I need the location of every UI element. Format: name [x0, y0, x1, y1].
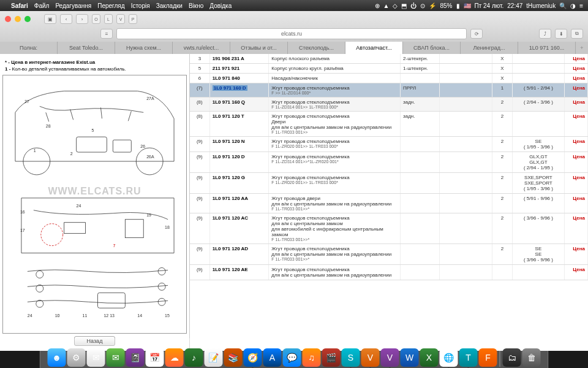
battery-text[interactable]: 85%	[440, 2, 452, 9]
dock-app-icon[interactable]: 🗑	[522, 348, 541, 367]
forward-button[interactable]: ›	[76, 14, 88, 24]
table-row[interactable]: (9) 1L0 971 120 AE Жгут проводов стеклоп…	[190, 265, 588, 280]
browser-tab[interactable]: Отзывы и от...	[230, 42, 288, 54]
parts-table[interactable]: 3 191 906 231 A Корпус плоского разъема …	[190, 54, 588, 351]
menu-item[interactable]: Історія	[131, 2, 150, 9]
dock-app-icon[interactable]: ✉	[87, 348, 105, 367]
dock-app-icon[interactable]: 🎬	[322, 348, 341, 367]
menu-item[interactable]: Перегляд	[97, 2, 124, 9]
time[interactable]: 22:47	[507, 2, 522, 9]
menu-item[interactable]: Закладки	[156, 2, 183, 9]
downloads-button[interactable]: ⬇	[555, 29, 567, 39]
status-icon[interactable]: ◇	[393, 2, 398, 9]
toolbar-btn[interactable]: P	[129, 14, 137, 24]
price-link[interactable]: Цена	[565, 98, 588, 112]
status-icon[interactable]: ▲	[383, 2, 390, 9]
table-row[interactable]: 3 191 906 231 A Корпус плоского разъема …	[190, 54, 588, 64]
reload-button[interactable]: ⟳	[470, 29, 483, 39]
dock-app-icon[interactable]: ☁	[165, 348, 184, 367]
sidebar-button[interactable]: ▣	[44, 14, 56, 24]
dock-app-icon[interactable]: V	[361, 348, 380, 367]
toolbar-btn[interactable]: V	[116, 14, 125, 24]
date[interactable]: Пт 24 лют.	[475, 2, 504, 9]
dock-app-icon[interactable]: X	[420, 348, 439, 367]
browser-tab[interactable]: vwts.ru/elect...	[173, 42, 230, 54]
status-icon[interactable]: ⬒	[401, 2, 407, 9]
back-button[interactable]: ‹	[60, 14, 72, 24]
toolbar-btn[interactable]: O	[92, 14, 100, 24]
dock-app-icon[interactable]: ⚙	[67, 348, 86, 367]
price-link[interactable]: Цена	[565, 64, 588, 74]
browser-tab[interactable]: Ленинград...	[461, 42, 518, 54]
url-bar[interactable]: elcats.ru	[116, 28, 467, 39]
price-link[interactable]: Цена	[565, 112, 588, 137]
table-row[interactable]: (9) 1L0 971 120 AC Жгут проводов стеклоп…	[190, 213, 588, 244]
dock-app-icon[interactable]: 📝	[205, 348, 223, 367]
table-row[interactable]: (7) 1L0 971 160 D Жгут проводов стеклопо…	[190, 83, 588, 98]
menu-item[interactable]: Файл	[34, 2, 50, 9]
dock-app-icon[interactable]: S	[342, 348, 360, 367]
status-icon[interactable]: ⊕	[375, 2, 380, 9]
status-icon[interactable]: ⊙	[420, 2, 425, 9]
flag-icon[interactable]: 🇺🇸	[464, 2, 471, 9]
maximize-window-button[interactable]	[24, 16, 31, 22]
table-row[interactable]: (9) 1L0 971 120 D Жгут проводов стеклопо…	[190, 152, 588, 173]
price-link[interactable]: Цена	[565, 152, 588, 173]
price-link[interactable]: Цена	[565, 173, 588, 194]
price-link[interactable]: Цена	[565, 194, 588, 213]
table-row[interactable]: 6 1L0 971 840 Насадка/наконечник X Цена	[190, 74, 588, 83]
dock-app-icon[interactable]: T	[459, 348, 478, 367]
dock-app-icon[interactable]: ♪	[185, 348, 203, 367]
price-link[interactable]: Цена	[565, 83, 588, 98]
dock-app-icon[interactable]: 📅	[146, 348, 164, 367]
app-name[interactable]: Safari	[11, 2, 28, 9]
browser-tab[interactable]: Полна:	[0, 42, 58, 54]
spotlight-icon[interactable]: ◑	[570, 2, 576, 9]
browser-tab[interactable]: СВАП блока...	[403, 42, 461, 54]
close-window-button[interactable]	[5, 16, 11, 22]
notifications-icon[interactable]: ≡	[579, 2, 583, 9]
minimize-window-button[interactable]	[15, 16, 21, 22]
price-link[interactable]: Цена	[565, 244, 588, 265]
new-tab-button[interactable]: +	[576, 42, 588, 54]
dock-app-icon[interactable]: ♫	[303, 348, 321, 367]
price-link[interactable]: Цена	[565, 265, 588, 280]
price-link[interactable]: Цена	[565, 213, 588, 244]
dock-app-icon[interactable]: 🧭	[244, 348, 262, 367]
price-link[interactable]: Цена	[565, 137, 588, 152]
dock-app-icon[interactable]: 📚	[224, 348, 243, 367]
browser-tab[interactable]: Стеклоподь...	[288, 42, 345, 54]
menu-item[interactable]: Редагування	[55, 2, 91, 9]
user[interactable]: tHumeniuk	[526, 2, 556, 9]
toolbar-btn[interactable]: L	[104, 14, 113, 24]
dock-app-icon[interactable]: A	[263, 348, 282, 367]
table-row[interactable]: 5 211 971 921 Корпус углового кругл. раз…	[190, 64, 588, 74]
browser-tab[interactable]: Нужна схем...	[115, 42, 173, 54]
price-link[interactable]: Цена	[565, 54, 588, 64]
price-link[interactable]: Цена	[565, 74, 588, 83]
dock-app-icon[interactable]: ☻	[48, 348, 66, 367]
table-row[interactable]: (8) 1L0 971 160 Q Жгут проводов стеклопо…	[190, 98, 588, 112]
menu-item[interactable]: Вікно	[189, 2, 203, 9]
browser-tab[interactable]: Автозапчаст...	[345, 42, 403, 54]
parts-diagram[interactable]: 2727A 285 12 2626A 1617 24 7 1918 2410 1…	[2, 75, 187, 334]
table-row[interactable]: (9) 1L0 971 120 AD Жгут проводов стеклоп…	[190, 244, 588, 265]
status-icon[interactable]: ⏻	[410, 2, 417, 9]
dock-app-icon[interactable]: 🌐	[440, 348, 458, 367]
dock-app-icon[interactable]: 🗂	[503, 348, 521, 367]
search-icon[interactable]: 🔍	[559, 2, 567, 9]
dock-app-icon[interactable]: 📓	[126, 348, 145, 367]
menu-item[interactable]: Довідка	[209, 2, 232, 9]
table-row[interactable]: (9) 1L0 971 120 AA Жгут проводов дверидл…	[190, 194, 588, 213]
dock-app-icon[interactable]: V	[381, 348, 399, 367]
dock-app-icon[interactable]: ✉	[107, 348, 125, 367]
reader-button[interactable]: ≡	[100, 29, 113, 39]
dock-app-icon[interactable]: 💬	[283, 348, 301, 367]
dock-app-icon[interactable]: W	[401, 348, 419, 367]
table-row[interactable]: (9) 1L0 971 120 N Жгут проводов стеклопо…	[190, 137, 588, 152]
table-row[interactable]: (8) 1L0 971 120 T Жгут проводов стеклопо…	[190, 112, 588, 137]
browser-tab[interactable]: Seat Toledo...	[58, 42, 115, 54]
table-row[interactable]: (9) 1L0 971 120 G Жгут проводов стеклопо…	[190, 173, 588, 194]
browser-tab[interactable]: 1L0 971 160...	[518, 42, 576, 54]
dock-app-icon[interactable]: F	[479, 348, 497, 367]
